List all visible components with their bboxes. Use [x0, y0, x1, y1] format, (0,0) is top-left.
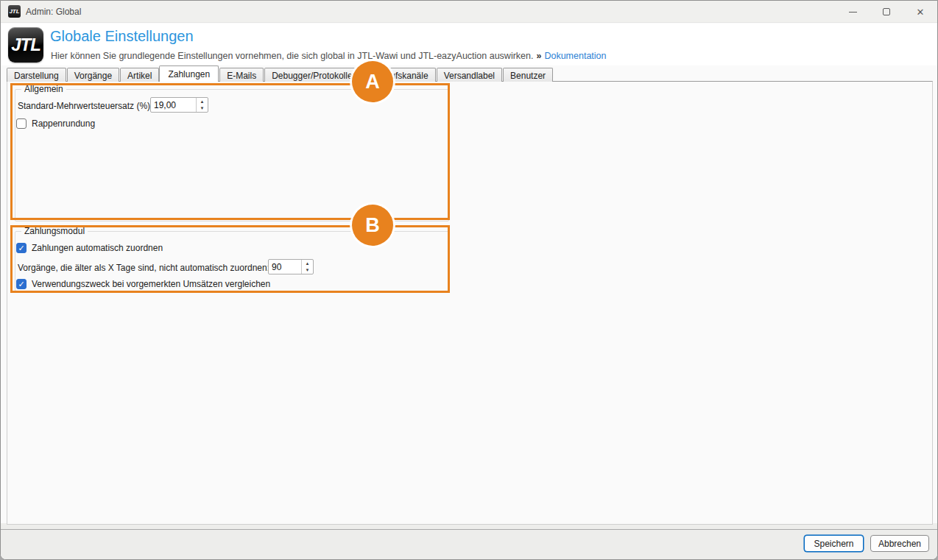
- documentation-link[interactable]: Dokumentation: [544, 51, 606, 61]
- age-spin-buttons[interactable]: ▲ ▼: [301, 260, 313, 274]
- purpose-label: Verwendungszweck bei vorgemerkten Umsätz…: [32, 279, 270, 289]
- window-title: Admin: Global: [26, 7, 81, 17]
- tab-versandlabel[interactable]: Versandlabel: [437, 68, 502, 82]
- tab-zahlungen[interactable]: Zahlungen: [159, 65, 219, 82]
- subtitle-separator: »: [536, 51, 541, 61]
- footer-divider: [1, 529, 937, 530]
- app-window: JTL Admin: Global ✕ JTL Globale Einstell…: [0, 0, 938, 560]
- age-label: Vorgänge, die älter als X Tage sind, nic…: [18, 263, 269, 273]
- footer-bar: Speichern Abbrechen: [1, 523, 937, 559]
- tab-vorgaenge[interactable]: Vorgänge: [67, 68, 119, 82]
- titlebar: JTL Admin: Global ✕: [1, 1, 937, 23]
- auto-assign-row[interactable]: Zahlungen automatisch zuordnen: [16, 243, 163, 253]
- cancel-button[interactable]: Abbrechen: [870, 535, 929, 552]
- close-icon: ✕: [917, 7, 925, 17]
- page-title: Globale Einstellungen: [50, 28, 194, 45]
- save-button[interactable]: Speichern: [804, 535, 864, 552]
- rappenrundung-checkbox[interactable]: [16, 118, 27, 129]
- tab-verkaufskanaele[interactable]: Verkaufskanäle: [361, 68, 436, 82]
- age-spinner[interactable]: ▲ ▼: [268, 259, 314, 274]
- close-button[interactable]: ✕: [903, 1, 937, 23]
- spin-up-icon[interactable]: ▲: [302, 260, 313, 267]
- vat-spin-buttons[interactable]: ▲ ▼: [196, 98, 208, 112]
- header: JTL Globale Einstellungen Hier können Si…: [1, 24, 937, 65]
- subtitle-text: Hier können Sie grundlegende Einstellung…: [51, 51, 533, 61]
- vat-input[interactable]: [151, 98, 196, 112]
- auto-assign-label: Zahlungen automatisch zuordnen: [32, 243, 163, 253]
- vat-spinner[interactable]: ▲ ▼: [150, 97, 208, 113]
- tab-artikel[interactable]: Artikel: [120, 68, 159, 82]
- tab-darstellung[interactable]: Darstellung: [7, 68, 66, 82]
- maximize-icon: [883, 8, 890, 15]
- auto-assign-checkbox[interactable]: [16, 243, 27, 253]
- tab-strip: Darstellung Vorgänge Artikel Zahlungen E…: [7, 65, 554, 82]
- spin-down-icon[interactable]: ▼: [302, 267, 313, 274]
- tab-debugger-protokolle[interactable]: Debugger/Protokolle: [264, 68, 359, 82]
- tab-benutzer[interactable]: Benutzer: [503, 68, 553, 82]
- purpose-checkbox[interactable]: [16, 279, 27, 289]
- spin-down-icon[interactable]: ▼: [197, 105, 208, 113]
- spin-up-icon[interactable]: ▲: [197, 98, 208, 105]
- vat-label: Standard-Mehrwertsteuersatz (%):: [18, 101, 152, 111]
- page-subtitle: Hier können Sie grundlegende Einstellung…: [51, 51, 607, 61]
- tab-emails[interactable]: E-Mails: [219, 68, 264, 82]
- app-icon: JTL: [8, 5, 21, 18]
- age-input[interactable]: [269, 260, 301, 274]
- minimize-icon: [849, 12, 857, 13]
- jtl-logo: JTL: [8, 27, 43, 63]
- minimize-button[interactable]: [836, 1, 870, 23]
- rappenrundung-row[interactable]: Rappenrundung: [16, 118, 95, 129]
- group-zahlungsmodul-legend: Zahlungsmodul: [21, 226, 88, 236]
- group-allgemein-legend: Allgemein: [21, 84, 66, 94]
- maximize-button[interactable]: [870, 1, 903, 23]
- tab-page-zahlungen: Allgemein Standard-Mehrwertsteuersatz (%…: [7, 81, 933, 525]
- rappenrundung-label: Rappenrundung: [32, 118, 95, 129]
- purpose-row[interactable]: Verwendungszweck bei vorgemerkten Umsätz…: [16, 279, 270, 289]
- window-controls: ✕: [836, 1, 937, 23]
